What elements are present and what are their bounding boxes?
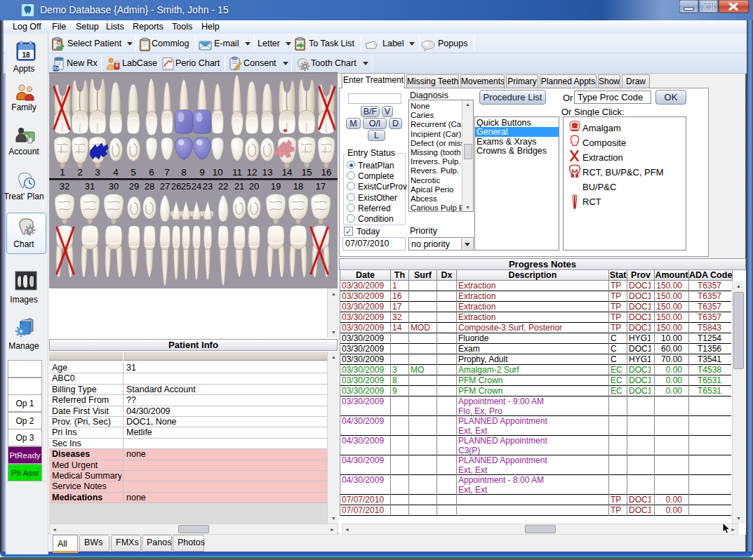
svg-text:21: 21 [234,181,244,192]
svg-text:30: 30 [109,181,119,192]
svg-text:Rx: Rx [53,66,60,71]
svg-text:14: 14 [281,167,293,178]
svg-text:10: 10 [212,167,222,178]
svg-text:7: 7 [164,167,170,178]
svg-text:23: 23 [203,181,213,192]
svg-text:5: 5 [131,167,136,178]
svg-text:17: 17 [316,181,326,192]
svg-text:13: 13 [262,167,272,178]
svg-text:8: 8 [181,167,187,178]
svg-text:6: 6 [149,167,154,178]
svg-text:20: 20 [249,181,259,192]
svg-text:25: 25 [181,181,191,192]
svg-text:4: 4 [113,167,119,178]
svg-text:32: 32 [60,181,69,192]
svg-text:11: 11 [232,167,242,178]
svg-text:18: 18 [22,51,30,59]
svg-text:26: 26 [171,181,181,192]
svg-text:24: 24 [192,181,201,192]
svg-text:12: 12 [246,167,257,178]
svg-text:9: 9 [199,167,205,178]
svg-text:29: 29 [129,181,139,192]
svg-text:15: 15 [301,167,312,178]
svg-text:1: 1 [60,167,65,178]
svg-text:28: 28 [145,181,154,192]
svg-text:3: 3 [95,167,100,178]
svg-text:16: 16 [321,167,331,178]
svg-text:22: 22 [218,181,228,192]
svg-text:27: 27 [160,181,170,192]
svg-text:19: 19 [271,181,281,192]
svg-text:18: 18 [293,181,303,192]
svg-text:2: 2 [77,167,83,178]
svg-text:31: 31 [85,181,95,192]
